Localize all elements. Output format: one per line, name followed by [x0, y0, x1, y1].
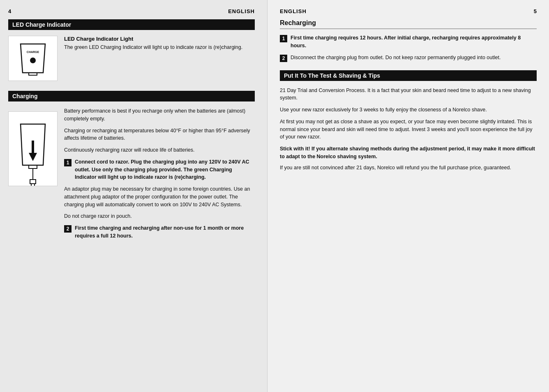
step2-text: First time charging and recharging after… [75, 224, 255, 240]
recharging-step2-text: Disconnect the charging plug from outlet… [291, 54, 501, 62]
pit-para2: Use your new razor exclusively for 3 wee… [280, 106, 537, 114]
pit-bold-para: Stick with it! If you alternate shaving … [280, 145, 537, 161]
right-lang: ENGLISH [280, 8, 307, 14]
charging-step2: 2 First time charging and recharging aft… [64, 224, 255, 240]
charging-step1: 1 Connect cord to razor. Plug the chargi… [64, 158, 255, 181]
step1-num: 1 [64, 159, 72, 166]
charging-para4: An adaptor plug may be necessary for cha… [64, 185, 255, 208]
left-page-num: 4 [8, 8, 11, 14]
recharging-title: Recharging [280, 19, 537, 29]
right-page-num: 5 [534, 8, 537, 14]
led-indicator-body: The green LED Charging Indicator will li… [64, 44, 255, 51]
charging-section: Charging [8, 91, 255, 244]
charging-text-block: Battery performance is best if you recha… [64, 107, 255, 244]
pit-para1: 21 Day Trial and Conversion Process. It … [280, 87, 537, 102]
left-page: 4 ENGLISH LED Charge Indicator CHARGE [0, 0, 267, 392]
recharging-step1: 1 First time charging requires 12 hours.… [280, 34, 537, 50]
put-it-test-bar: Put It To The Test & Shaving & Tips [280, 70, 537, 81]
led-section: LED Charge Indicator CHARGE [8, 19, 255, 81]
charging-title-bar: Charging [8, 91, 255, 101]
charging-para2: Charging or recharging at temperatures b… [64, 127, 255, 143]
pit-para4: If you are still not convinced after 21 … [280, 164, 537, 172]
step2-num: 2 [64, 225, 72, 233]
charging-svg [14, 116, 51, 186]
recharging-step2-num: 2 [280, 55, 287, 62]
recharging-step1-text: First time charging requires 12 hours. A… [291, 34, 537, 50]
step1-text: Connect cord to razor. Plug the charging… [75, 158, 255, 181]
charging-content: Battery performance is best if you recha… [8, 107, 255, 244]
razor-illustration: CHARGE [8, 36, 58, 81]
right-page: ENGLISH 5 Recharging 1 First time chargi… [267, 0, 549, 392]
svg-point-1 [30, 58, 36, 63]
charging-para1: Battery performance is best if you recha… [64, 107, 255, 123]
left-lang: ENGLISH [228, 8, 255, 14]
charging-illustration [8, 111, 58, 186]
charging-para5: Do not charge razor in pouch. [64, 212, 255, 220]
put-it-test-section: Put It To The Test & Shaving & Tips 21 D… [280, 70, 537, 172]
svg-marker-3 [29, 141, 37, 161]
recharging-steps: 1 First time charging requires 12 hours.… [280, 34, 537, 62]
led-content: CHARGE LED Charge Indicator Light The gr… [8, 36, 255, 81]
svg-rect-2 [29, 73, 37, 75]
pit-para3: At first you may not get as close a shav… [280, 118, 537, 141]
charging-para3: Continuously recharging razor will reduc… [64, 146, 255, 154]
recharging-section: Recharging 1 First time charging require… [280, 19, 537, 62]
led-title-bar: LED Charge Indicator [8, 19, 255, 30]
razor-svg-image: CHARGE [12, 40, 53, 77]
right-header: ENGLISH 5 [280, 8, 537, 14]
recharging-step2: 2 Disconnect the charging plug from outl… [280, 54, 537, 62]
led-text-block: LED Charge Indicator Light The green LED… [64, 36, 255, 55]
svg-rect-6 [30, 180, 36, 184]
recharging-step1-num: 1 [280, 35, 287, 42]
svg-text:CHARGE: CHARGE [27, 51, 39, 53]
left-header: 4 ENGLISH [8, 8, 255, 14]
led-indicator-title: LED Charge Indicator Light [64, 36, 255, 42]
